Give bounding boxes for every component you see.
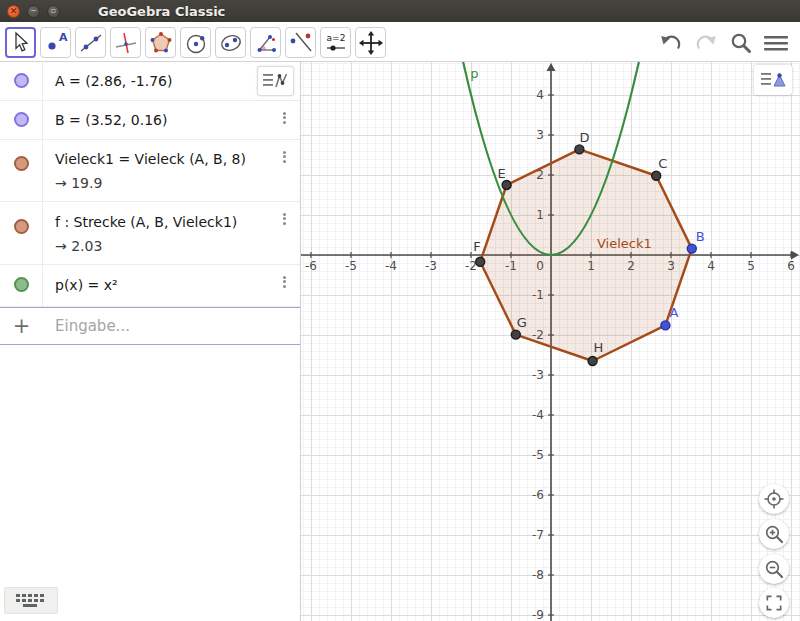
point-C[interactable] <box>652 171 661 180</box>
redo-button[interactable] <box>692 29 720 57</box>
search-icon <box>728 30 754 56</box>
angle-icon <box>253 30 279 56</box>
x-tick-label: -3 <box>425 259 437 273</box>
algebra-row-p[interactable]: p(x) = x² <box>0 265 300 307</box>
svg-text:A: A <box>59 31 68 44</box>
x-tick-label: -4 <box>385 259 397 273</box>
undo-icon <box>658 30 684 56</box>
y-tick-label: -9 <box>532 608 544 621</box>
graphics-style-button[interactable] <box>754 65 792 95</box>
algebra-row-Vieleck1[interactable]: Vieleck1 = Vieleck (A, B, 8) → 19.9 <box>0 140 300 202</box>
algebra-view: A = (2.86, -1.76) B = (3.52, 0.16) Viele… <box>0 62 301 621</box>
maximize-window-button[interactable]: ▫ <box>47 5 60 18</box>
point-G[interactable] <box>511 330 520 339</box>
x-tick-label: -6 <box>305 259 317 273</box>
tool-line-button[interactable] <box>75 27 106 58</box>
y-axis-arrow <box>547 63 556 71</box>
virtual-keyboard-button[interactable] <box>4 587 58 614</box>
keyboard-icon <box>14 592 48 609</box>
point-A[interactable] <box>661 321 670 330</box>
line-icon <box>78 30 104 56</box>
algebra-input-row: + Eingabe... <box>0 307 300 345</box>
tool-angle-button[interactable] <box>250 27 281 58</box>
zoom-out-icon <box>763 558 785 580</box>
conic-icon <box>218 30 244 56</box>
window-title: GeoGebra Classic <box>98 4 225 19</box>
point-E[interactable] <box>502 181 511 190</box>
toolbar: A <box>0 22 800 62</box>
tool-slider-button[interactable]: a=2 <box>320 27 351 58</box>
y-tick-label: -6 <box>532 488 544 502</box>
visibility-toggle-B[interactable] <box>14 112 29 127</box>
reflect-about-line-icon <box>288 30 314 56</box>
menu-button[interactable] <box>762 29 790 57</box>
close-window-button[interactable]: ✕ <box>7 5 20 18</box>
row-menu-B[interactable] <box>281 108 288 127</box>
algebra-value-f: → 2.03 <box>55 238 300 254</box>
y-tick-label: -4 <box>532 408 544 422</box>
window-titlebar: ✕ − ▫ GeoGebra Classic <box>0 0 800 22</box>
circle-icon <box>183 30 209 56</box>
x-tick-label: 6 <box>787 259 795 273</box>
point-label-H: H <box>594 340 604 355</box>
point-F[interactable] <box>476 257 485 266</box>
search-button[interactable] <box>727 29 755 57</box>
point-label-E: E <box>498 166 506 181</box>
algebra-input[interactable]: Eingabe... <box>43 308 300 344</box>
fullscreen-button[interactable] <box>759 588 789 618</box>
zoom-in-button[interactable] <box>759 519 789 549</box>
tool-point-button[interactable]: A <box>40 27 71 58</box>
algebra-value-Vieleck1: → 19.9 <box>55 175 300 191</box>
visibility-toggle-p[interactable] <box>14 277 29 292</box>
polygon-Vieleck1[interactable] <box>480 149 692 361</box>
algebra-style-button[interactable] <box>257 66 294 96</box>
target-icon <box>763 488 785 510</box>
minimize-window-button[interactable]: − <box>27 5 40 18</box>
tool-perpendicular-line-button[interactable] <box>110 27 141 58</box>
fullscreen-icon <box>764 593 784 613</box>
move-graphics-view-icon <box>358 30 384 56</box>
visibility-toggle-A[interactable] <box>14 73 29 88</box>
y-tick-label: -5 <box>532 448 544 462</box>
slider-icon: a=2 <box>323 30 349 56</box>
undo-button[interactable] <box>657 29 685 57</box>
x-tick-label: -5 <box>345 259 357 273</box>
standard-view-button[interactable] <box>759 484 789 514</box>
tool-conic-button[interactable] <box>215 27 246 58</box>
row-menu-Vieleck1[interactable] <box>281 147 288 166</box>
point-H[interactable] <box>588 357 597 366</box>
redo-icon <box>693 30 719 56</box>
visibility-toggle-f[interactable] <box>14 219 29 234</box>
algebra-row-A[interactable]: A = (2.86, -1.76) <box>0 62 300 101</box>
x-tick-label: 4 <box>707 259 715 273</box>
zoom-out-button[interactable] <box>759 554 789 584</box>
graphics-stylebar-icon <box>759 68 787 92</box>
window-controls: ✕ − ▫ <box>7 5 60 18</box>
visibility-toggle-Vieleck1[interactable] <box>14 156 29 171</box>
tool-reflect-button[interactable] <box>285 27 316 58</box>
y-tick-label: 4 <box>536 88 544 102</box>
tool-circle-button[interactable] <box>180 27 211 58</box>
y-tick-label: -3 <box>532 368 544 382</box>
algebra-entry-p: p(x) = x² <box>43 265 300 306</box>
graphics-view[interactable]: -6-5-4-3-2-1123456-9-8-7-6-5-4-3-2-11234… <box>301 62 800 621</box>
polygon-label: Vieleck1 <box>597 236 652 251</box>
tool-move-button[interactable] <box>5 27 36 58</box>
slider-icon-label: a=2 <box>326 33 345 43</box>
row-menu-f[interactable] <box>281 209 288 228</box>
point-D[interactable] <box>575 145 584 154</box>
x-tick-label: 5 <box>747 259 755 273</box>
algebra-entry-B: B = (3.52, 0.16) <box>43 101 300 139</box>
algebra-entry-f: f : Strecke (A, B, Vieleck1) <box>55 214 300 230</box>
zoom-in-icon <box>763 523 785 545</box>
row-menu-p[interactable] <box>281 272 288 291</box>
function-label-p: p <box>470 66 478 81</box>
tool-polygon-button[interactable] <box>145 27 176 58</box>
algebra-row-B[interactable]: B = (3.52, 0.16) <box>0 101 300 140</box>
y-tick-label: -8 <box>532 568 544 582</box>
algebra-row-f[interactable]: f : Strecke (A, B, Vieleck1) → 2.03 <box>0 202 300 265</box>
add-entry-button[interactable]: + <box>0 308 43 344</box>
point-icon: A <box>43 30 69 56</box>
point-B[interactable] <box>687 244 696 253</box>
tool-move-graphics-button[interactable] <box>355 27 386 58</box>
